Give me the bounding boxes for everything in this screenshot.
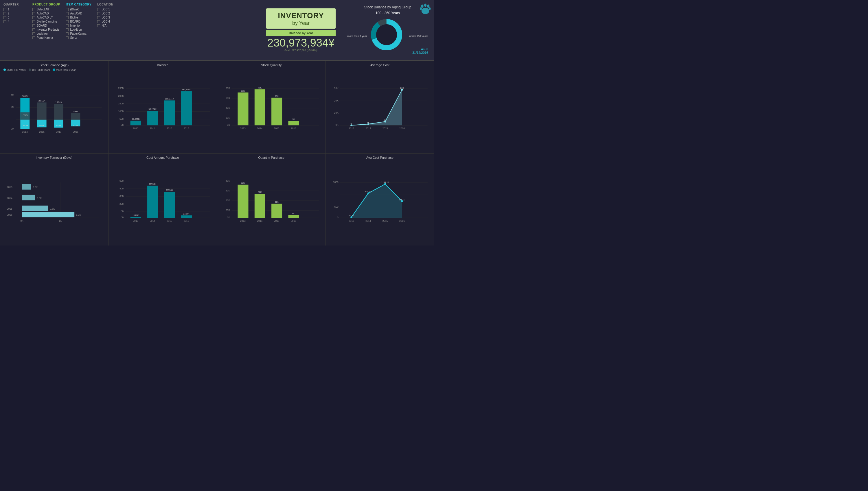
svg-text:2014: 2014 bbox=[365, 127, 371, 130]
stock-balance-age-title: Stock Balance (Age) bbox=[3, 63, 105, 67]
svg-point-7 bbox=[420, 7, 422, 10]
ic-biolite[interactable]: Biolite bbox=[66, 16, 91, 19]
svg-rect-75 bbox=[254, 89, 265, 125]
quarter-checkbox-3[interactable] bbox=[3, 16, 6, 19]
svg-text:2014: 2014 bbox=[7, 196, 12, 199]
ic-inventor[interactable]: Inventor bbox=[66, 24, 91, 27]
quarter-filter: Quarter 1 2 3 4 bbox=[3, 3, 27, 57]
svg-text:35530K: 35530K bbox=[166, 189, 173, 191]
svg-text:30M: 30M bbox=[119, 195, 124, 198]
svg-rect-23 bbox=[37, 103, 47, 119]
pg-lockitron[interactable]: Lockitron bbox=[32, 32, 60, 35]
quarter-checkbox-4[interactable] bbox=[3, 20, 6, 23]
average-cost-panel: Average Cost 30K 20K 10K 0K bbox=[326, 61, 434, 153]
svg-text:32.445K: 32.445K bbox=[132, 118, 140, 120]
svg-text:30K: 30K bbox=[334, 87, 338, 90]
balance-label: Balance by Year bbox=[266, 30, 336, 36]
item-category-title: ITEM CATEGORY bbox=[66, 3, 91, 6]
quarter-item-4[interactable]: 4 bbox=[3, 20, 27, 23]
inventory-turnover-chart: 0K 1K 2013 0.2K 2014 0.3K 2015 0.6K bbox=[3, 161, 105, 244]
svg-text:2016: 2016 bbox=[73, 131, 78, 133]
svg-text:2015: 2015 bbox=[39, 131, 45, 133]
pg-paperkarma[interactable]: PaperKarma bbox=[32, 36, 60, 39]
svg-rect-28 bbox=[54, 104, 63, 120]
svg-point-6 bbox=[427, 5, 429, 8]
donut-section: Stock Balance by Aging Group 100 - 360 Y… bbox=[341, 0, 434, 60]
svg-text:1K: 1K bbox=[367, 121, 369, 124]
svg-text:0M: 0M bbox=[11, 127, 14, 130]
svg-text:2015: 2015 bbox=[382, 127, 388, 130]
svg-text:52K: 52K bbox=[258, 191, 261, 194]
pg-select-all[interactable]: Select All bbox=[32, 8, 60, 11]
ic-blank[interactable]: (Blank) bbox=[66, 8, 91, 11]
svg-text:31K: 31K bbox=[275, 201, 278, 203]
svg-rect-161 bbox=[271, 204, 282, 218]
svg-rect-118 bbox=[22, 212, 74, 217]
top-section: Quarter 1 2 3 4 bbox=[0, 0, 434, 61]
svg-text:0K: 0K bbox=[20, 220, 23, 222]
inventory-subtitle: by Year bbox=[272, 20, 330, 26]
svg-rect-133 bbox=[131, 217, 141, 218]
cost-amount-purchase-panel: Cost Amount Purchase 50M 40M 30M 20M 10M bbox=[109, 153, 217, 246]
ic-lockitron[interactable]: Lockitron bbox=[66, 28, 91, 31]
balance-value: 230,973,934¥ bbox=[267, 37, 334, 48]
product-group-filter: PRODUCT GROUP Select All AutoCAD AutoCAD… bbox=[32, 3, 60, 57]
pg-autocad[interactable]: AutoCAD bbox=[32, 12, 60, 15]
svg-rect-78 bbox=[271, 98, 282, 125]
svg-rect-59 bbox=[181, 91, 192, 125]
svg-text:98.224K: 98.224K bbox=[149, 108, 157, 111]
svg-text:3167K: 3167K bbox=[183, 212, 189, 215]
quarter-checkbox-2[interactable] bbox=[3, 12, 6, 15]
svg-text:20K: 20K bbox=[225, 116, 230, 119]
svg-text:1,708K: 1,708K bbox=[22, 114, 29, 117]
quarter-checkbox-1[interactable] bbox=[3, 8, 6, 11]
balance-chart: 250M 200M 150M 100M 50M 0M 32.445K 2013 … bbox=[112, 68, 213, 151]
svg-text:43734K: 43734K bbox=[149, 182, 157, 185]
svg-text:1,017K: 1,017K bbox=[22, 124, 29, 127]
loc-na[interactable]: N/A bbox=[97, 24, 120, 27]
loc-3[interactable]: LOC 3 bbox=[97, 16, 120, 19]
svg-text:1K: 1K bbox=[59, 220, 62, 222]
avg-cost-purchase-title: Avg Cost Purchase bbox=[329, 156, 430, 159]
svg-rect-72 bbox=[237, 92, 248, 125]
pg-autocad-lt[interactable]: AutoCAD LT bbox=[32, 16, 60, 19]
svg-rect-158 bbox=[254, 194, 265, 218]
svg-text:6K: 6K bbox=[292, 212, 295, 214]
svg-text:2013: 2013 bbox=[240, 220, 245, 222]
svg-text:1,851K: 1,851K bbox=[55, 101, 62, 104]
svg-point-4 bbox=[421, 5, 424, 8]
svg-text:2013: 2013 bbox=[240, 127, 245, 130]
stock-quantity-chart: 80K 60K 40K 20K 0K 71K 2013 78K 2014 bbox=[221, 68, 322, 151]
pg-board[interactable]: BOARD bbox=[32, 24, 60, 27]
ic-board[interactable]: BOARD bbox=[66, 20, 91, 23]
svg-text:812K: 812K bbox=[73, 124, 78, 127]
svg-rect-115 bbox=[22, 205, 48, 211]
stock-balance-legend: under 100 Years 100 - 360 Years more tha… bbox=[3, 68, 105, 71]
stock-balance-age-chart: 4M 2M 0M 2,035K 1,708K 1,017K 2014 bbox=[3, 73, 105, 151]
loc-1[interactable]: LOC 1 bbox=[97, 8, 120, 11]
svg-text:3K: 3K bbox=[384, 119, 386, 121]
ic-senz[interactable]: Senz bbox=[66, 36, 91, 39]
ic-autocad[interactable]: AutoCAD bbox=[66, 12, 91, 15]
svg-text:2014: 2014 bbox=[365, 220, 371, 222]
svg-text:0K: 0K bbox=[350, 122, 353, 125]
quarter-item-1[interactable]: 1 bbox=[3, 8, 27, 11]
quarter-item-2[interactable]: 2 bbox=[3, 12, 27, 15]
svg-text:2015: 2015 bbox=[7, 207, 12, 210]
loc-2[interactable]: LOC 2 bbox=[97, 12, 120, 15]
svg-text:40K: 40K bbox=[225, 107, 230, 109]
location-title: LOCATION bbox=[97, 3, 120, 6]
loc-4[interactable]: LOC 4 bbox=[97, 20, 120, 23]
inventory-kpi: INVENTORY by Year Balance by Year 230,97… bbox=[260, 0, 341, 60]
ic-paperkarma[interactable]: PaperKarma bbox=[66, 32, 91, 35]
svg-text:0.3K: 0.3K bbox=[37, 196, 42, 199]
pg-biolite[interactable]: Biolite Camping bbox=[32, 20, 60, 23]
svg-text:2014: 2014 bbox=[257, 220, 262, 222]
svg-text:500: 500 bbox=[334, 205, 338, 208]
svg-point-8 bbox=[429, 7, 430, 10]
pg-inventor-products[interactable]: Inventor Products bbox=[32, 28, 60, 31]
svg-rect-142 bbox=[181, 215, 192, 218]
svg-rect-33 bbox=[71, 113, 80, 119]
quarter-item-3[interactable]: 3 bbox=[3, 16, 27, 19]
svg-text:925K: 925K bbox=[39, 124, 44, 127]
